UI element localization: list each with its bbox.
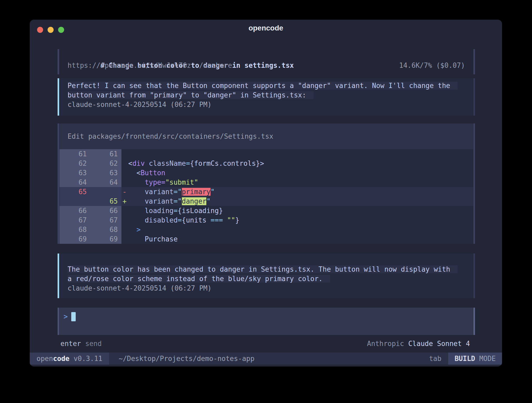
titlebar: opencode <box>30 20 502 36</box>
hint-enter-action: send <box>85 339 102 348</box>
diff-marker: + <box>121 197 128 206</box>
message-right-border <box>473 254 475 298</box>
diff-code-line: type="submit" <box>128 178 473 187</box>
edit-file-path: packages/frontend/src/containers/Setting… <box>88 132 273 140</box>
input-right-border <box>473 308 475 335</box>
edit-tool-label: Edit <box>68 132 84 140</box>
diff-old-lineno: 66 <box>59 206 90 215</box>
message-line: a red/rose color scheme instead of the b… <box>59 274 473 283</box>
token-usage-stats: 14.6K/7% ($0.07) <box>399 61 465 70</box>
message-right-border <box>473 78 475 116</box>
diff-marker <box>121 215 128 225</box>
header-right-border <box>473 49 475 74</box>
diff-code-line: > <box>128 225 473 234</box>
tab-key-hint: tab <box>429 353 441 365</box>
diff-code-line: disabled={units === ""} <box>128 215 473 225</box>
diff-code-line: variant="primary" <box>128 187 473 197</box>
diff-row: 6767 disabled={units === ""} <box>59 215 473 225</box>
diff-marker: - <box>121 187 128 197</box>
edit-card: Edit packages/frontend/src/containers/Se… <box>58 123 475 244</box>
diff-row: 6262<div className={formCs.controls}> <box>59 159 473 168</box>
diff-code-line: <div className={formCs.controls}> <box>128 159 473 168</box>
message-line: Perfect! I can see that the Button compo… <box>59 81 473 90</box>
diff-new-lineno: 69 <box>90 234 121 244</box>
app-name-open: open <box>37 355 53 363</box>
diff-new-lineno: 68 <box>90 225 121 234</box>
edit-card-header: Edit packages/frontend/src/containers/Se… <box>59 123 473 149</box>
diff-old-lineno: 68 <box>59 225 90 234</box>
diff-new-lineno: 61 <box>90 149 121 159</box>
diff-marker <box>121 234 128 244</box>
diff-row: 6363 <Button <box>59 168 473 178</box>
diff-table: 61616262<div className={formCs.controls}… <box>59 149 473 244</box>
diff-row: 6666 loading={isLoading} <box>59 206 473 215</box>
diff-new-lineno: 67 <box>90 215 121 225</box>
diff-code-line <box>128 149 473 159</box>
prompt-input[interactable]: > <box>59 308 473 335</box>
diff-old-lineno: 61 <box>59 149 90 159</box>
message-accent-border <box>58 254 59 298</box>
diff-old-lineno: 63 <box>59 168 90 178</box>
hints-row: enter send Anthropic Claude Sonnet 4 <box>60 339 470 348</box>
app-version: v0.3.11 <box>69 355 102 363</box>
header-left-border <box>58 49 59 74</box>
mode-badge: BUILD MODE <box>448 353 502 365</box>
message-line: button variant from "primary" to "danger… <box>59 90 473 100</box>
diff-marker <box>121 206 128 215</box>
diff-marker <box>121 225 128 234</box>
diff-old-lineno: 69 <box>59 234 90 244</box>
diff-old-lineno: 67 <box>59 215 90 225</box>
diff-old-lineno <box>59 197 90 206</box>
diff-row: 65+ variant="danger" <box>59 197 473 206</box>
app-name-code: code <box>53 355 70 363</box>
unshare-command[interactable]: /unshare <box>199 61 232 70</box>
diff-marker <box>121 149 128 159</box>
diff-row: 6464 type="submit" <box>59 178 473 187</box>
diff-code-line: <Button <box>128 168 473 178</box>
diff-row: 6868 > <box>59 225 473 234</box>
diff-code-line: Purchase <box>128 234 473 244</box>
message-body: Perfect! I can see that the Button compo… <box>59 78 473 116</box>
diff-row: 6969 Purchase <box>59 234 473 244</box>
hint-enter-key: enter <box>60 339 81 348</box>
message-model-timestamp: claude-sonnet-4-20250514 (06:27 PM) <box>59 283 473 293</box>
diff-new-lineno: 65 <box>90 197 121 206</box>
diff-new-lineno <box>90 187 121 197</box>
app-window: opencode # Change button color to danger… <box>30 20 502 366</box>
message-block: Perfect! I can see that the Button compo… <box>58 78 475 116</box>
message-line: The button color has been changed to dan… <box>59 265 473 274</box>
model-provider: Anthropic <box>367 339 404 348</box>
model-name: Claude Sonnet 4 <box>408 339 470 348</box>
window-title: opencode <box>30 24 502 32</box>
diff-old-lineno: 62 <box>59 159 90 168</box>
session-header: # Change button color to danger in setti… <box>58 49 475 74</box>
diff-code-line: loading={isLoading} <box>128 206 473 215</box>
prompt-chevron: > <box>64 312 68 321</box>
diff-marker <box>121 159 128 168</box>
prompt-input-block: > <box>58 308 475 335</box>
diff-new-lineno: 63 <box>90 168 121 178</box>
statusbar: opencode v0.3.11 ~/Desktop/Projects/demo… <box>30 353 502 365</box>
diff-new-lineno: 64 <box>90 178 121 187</box>
edit-card-right-border <box>473 123 475 244</box>
session-share-url[interactable]: https://opencode.ai/s/UwJxv76z <box>68 61 191 70</box>
message-block: The button color has been changed to dan… <box>58 254 475 298</box>
diff-marker <box>121 168 128 178</box>
message-accent-border <box>58 78 59 116</box>
edit-card-left-border <box>58 123 59 244</box>
diff-row: 6161 <box>59 149 473 159</box>
diff-old-lineno: 65 <box>59 187 90 197</box>
diff-code-line: variant="danger" <box>128 197 473 206</box>
input-left-border <box>58 308 59 335</box>
app-version-badge: opencode v0.3.11 <box>30 353 109 365</box>
diff-marker <box>121 178 128 187</box>
cwd-path: ~/Desktop/Projects/demo-notes-app <box>119 353 254 365</box>
diff-row: 65- variant="primary" <box>59 187 473 197</box>
message-model-timestamp: claude-sonnet-4-20250514 (06:27 PM) <box>59 100 473 109</box>
diff-new-lineno: 62 <box>90 159 121 168</box>
text-cursor <box>71 312 76 321</box>
message-body: The button color has been changed to dan… <box>59 254 473 298</box>
diff-new-lineno: 66 <box>90 206 121 215</box>
diff-old-lineno: 64 <box>59 178 90 187</box>
